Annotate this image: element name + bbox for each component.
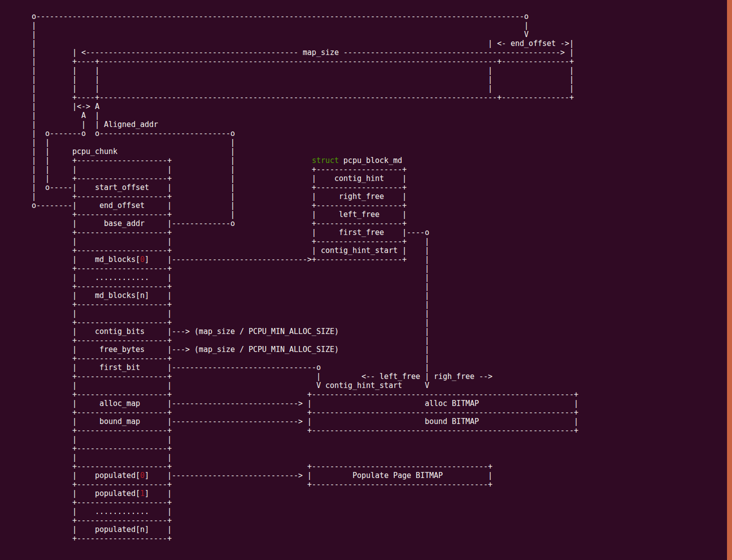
- scrollbar-track[interactable]: [727, 0, 732, 560]
- terminal-screen: o---------------------------------------…: [0, 0, 732, 560]
- ascii-diagram: o---------------------------------------…: [0, 12, 578, 543]
